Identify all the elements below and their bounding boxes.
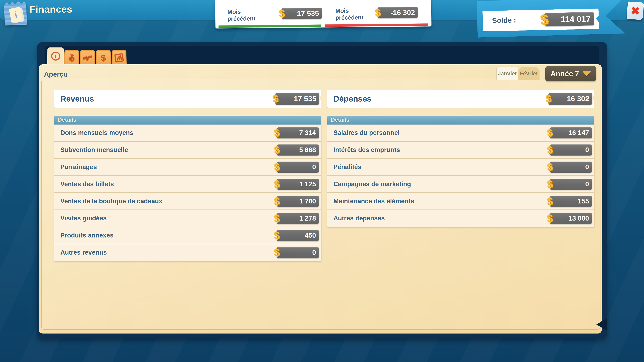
bar-chart-icon — [114, 53, 124, 62]
balance-badge: $ 114 017 — [544, 12, 594, 26]
row-label: Autres revenus — [60, 249, 107, 256]
tab-strip-background — [45, 46, 599, 65]
row-value: 1 278 — [277, 213, 319, 224]
expense-underline-bar — [325, 23, 428, 27]
money-badge: $1 125 — [277, 179, 319, 190]
row-label: Produits annexes — [60, 232, 114, 239]
finances-screen: i Finances Mois précédent $ 17 535 Mois … — [0, 0, 644, 362]
page-title: Finances — [30, 4, 72, 15]
revenues-title: Revenus — [60, 94, 94, 103]
details-label: Détails — [58, 116, 76, 123]
list-item: Salaires du personnel $16 147 — [327, 124, 594, 142]
year-dropdown-label: Année 7 — [550, 69, 579, 78]
money-badge: $0 — [277, 162, 319, 173]
tab-donations[interactable]: $ — [64, 50, 79, 65]
dollar-icon: $ — [100, 53, 106, 63]
row-value: 1 700 — [277, 196, 319, 207]
dollar-icon: $ — [274, 230, 280, 241]
balance-label: Solde : — [492, 16, 516, 25]
finance-book-icon: i — [4, 1, 27, 26]
dollar-icon: $ — [274, 162, 280, 172]
dollar-icon: $ — [546, 162, 553, 172]
tab-inner — [112, 51, 126, 65]
prev-month-income-value: 17 535 — [282, 8, 322, 19]
dollar-icon: $ — [278, 8, 285, 19]
prev-month-income-label: Mois précédent — [228, 8, 266, 22]
expenses-column: Dépenses $ 16 302 Détails Salaires du pe… — [327, 90, 594, 227]
row-value: 5 668 — [277, 144, 319, 156]
prev-month-income-badge: $ 17 535 — [282, 8, 322, 19]
row-value: 13 000 — [550, 213, 592, 224]
row-value: 450 — [277, 230, 319, 241]
money-badge: $0 — [550, 162, 592, 173]
dollar-icon: $ — [274, 213, 280, 224]
row-value: 0 — [277, 247, 319, 258]
row-value: 0 — [550, 144, 592, 156]
monthly-summary-panel: Mois précédent $ 17 535 Mois précédent $… — [215, 0, 432, 28]
year-dropdown[interactable]: Année 7 — [546, 66, 596, 81]
prev-month-expense-badge: $ -16 302 — [378, 7, 418, 18]
row-value: 0 — [550, 179, 592, 190]
dollar-icon: $ — [374, 7, 381, 18]
summary-divider — [323, 4, 323, 20]
dollar-icon: $ — [546, 179, 553, 190]
tab-inner — [81, 51, 94, 65]
month-button-janvier[interactable]: Janvier — [497, 67, 518, 80]
tab-sponsorship[interactable] — [80, 50, 95, 65]
list-item: Dons mensuels moyens $7 314 — [54, 124, 321, 142]
month-button-fevrier[interactable]: Février — [518, 67, 540, 80]
handshake-icon — [83, 53, 92, 63]
list-item: Maintenance des éléments $155 — [327, 193, 594, 210]
dollar-icon: $ — [274, 144, 280, 155]
list-item: Campagnes de marketing $0 — [327, 176, 594, 193]
row-value: 155 — [550, 196, 592, 207]
list-item: Ventes des billets $1 125 — [54, 176, 321, 193]
close-icon: ✖ — [630, 5, 640, 16]
balance-value: 114 017 — [544, 12, 594, 26]
row-value: 0 — [277, 162, 319, 173]
dollar-icon: $ — [546, 213, 553, 224]
dollar-icon: $ — [546, 144, 553, 155]
tab-inner: $ — [97, 51, 110, 65]
row-label: Campagnes de marketing — [334, 180, 411, 188]
money-badge: $16 147 — [550, 127, 592, 138]
list-item: Ventes de la boutique de cadeaux $1 700 — [54, 193, 321, 210]
expenses-header: Dépenses $ 16 302 — [327, 90, 594, 108]
row-label: Salaires du personnel — [334, 129, 400, 136]
close-button[interactable]: ✖ — [626, 1, 644, 20]
money-badge: $0 — [277, 247, 319, 258]
revenues-total-badge: $ 17 535 — [276, 93, 319, 105]
income-underline-bar — [218, 24, 321, 28]
dollar-icon: $ — [272, 93, 279, 104]
dollar-icon: $ — [546, 196, 553, 207]
money-badge: $450 — [277, 230, 319, 241]
money-bag-icon: $ — [67, 53, 76, 62]
money-badge: $155 — [550, 196, 592, 207]
row-label: Visites guidées — [60, 215, 107, 222]
row-value: 7 314 — [277, 127, 319, 138]
money-badge: $5 668 — [277, 144, 319, 156]
tab-money[interactable]: $ — [96, 50, 111, 65]
row-label: Autres dépenses — [334, 215, 385, 222]
row-value: 0 — [550, 162, 592, 173]
list-item: Autres revenus $0 — [54, 244, 321, 261]
list-item: Intérêts des emprunts $0 — [327, 142, 594, 159]
tab-overview[interactable]: i — [47, 47, 64, 65]
money-badge: $0 — [550, 144, 592, 156]
list-item: Visites guidées $1 278 — [54, 210, 321, 227]
info-letter: i — [14, 9, 18, 20]
panel-title: Aperçu — [44, 70, 68, 78]
row-label: Intérêts des emprunts — [334, 146, 400, 153]
tab-stats[interactable] — [112, 50, 126, 65]
row-label: Subvention mensuelle — [60, 146, 128, 153]
dollar-icon: $ — [274, 247, 280, 258]
row-label: Maintenance des éléments — [334, 198, 414, 205]
prev-month-expense-label: Mois précédent — [336, 7, 374, 21]
row-label: Parrainages — [60, 163, 97, 171]
expenses-details-header: Détails — [327, 116, 594, 124]
money-badge: $0 — [550, 179, 592, 190]
list-item: Autres dépenses $13 000 — [327, 210, 594, 227]
list-item: Subvention mensuelle $5 668 — [54, 142, 321, 159]
balance-panel: Solde : $ 114 017 — [482, 8, 599, 31]
svg-text:$: $ — [70, 57, 73, 61]
